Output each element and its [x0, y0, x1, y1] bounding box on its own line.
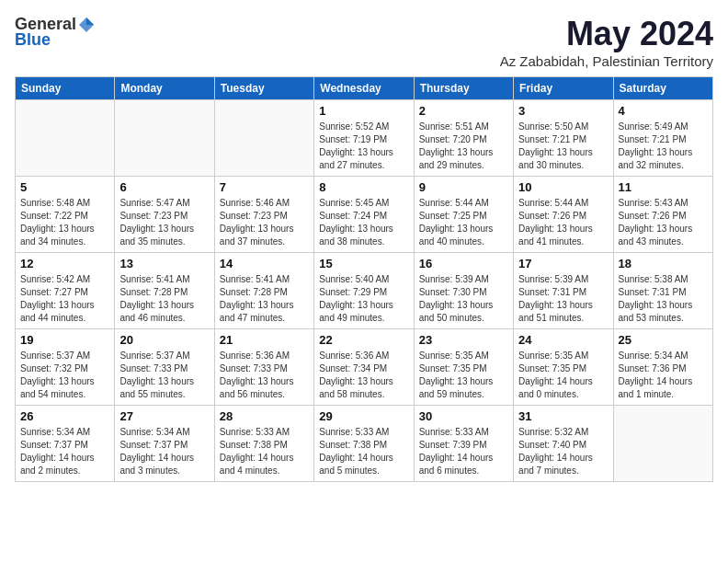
header: General Blue May 2024 Az Zababidah, Pale… [15, 15, 713, 69]
day-number: 23 [419, 333, 508, 347]
day-info: Sunrise: 5:50 AMSunset: 7:21 PMDaylight:… [518, 121, 608, 172]
logo-icon [77, 16, 96, 34]
day-number: 22 [319, 333, 408, 347]
calendar-week-row: 12Sunrise: 5:42 AMSunset: 7:27 PMDayligh… [16, 253, 713, 329]
col-sunday: Sunday [16, 77, 115, 100]
day-number: 15 [319, 257, 408, 270]
day-number: 24 [518, 333, 608, 347]
day-info: Sunrise: 5:47 AMSunset: 7:23 PMDaylight:… [119, 197, 209, 248]
day-number: 4 [619, 104, 708, 118]
table-row: 4Sunrise: 5:49 AMSunset: 7:21 PMDaylight… [613, 100, 712, 177]
col-thursday: Thursday [414, 77, 513, 100]
day-info: Sunrise: 5:52 AMSunset: 7:19 PMDaylight:… [319, 121, 408, 172]
day-info: Sunrise: 5:34 AMSunset: 7:37 PMDaylight:… [20, 426, 109, 477]
day-number: 8 [319, 180, 408, 194]
day-number: 31 [518, 409, 608, 423]
table-row: 24Sunrise: 5:35 AMSunset: 7:35 PMDayligh… [514, 329, 613, 406]
table-row: 8Sunrise: 5:45 AMSunset: 7:24 PMDaylight… [314, 177, 414, 253]
day-info: Sunrise: 5:35 AMSunset: 7:35 PMDaylight:… [518, 350, 608, 401]
col-monday: Monday [115, 77, 214, 100]
day-info: Sunrise: 5:39 AMSunset: 7:30 PMDaylight:… [419, 273, 508, 325]
day-number: 21 [220, 333, 309, 347]
day-info: Sunrise: 5:37 AMSunset: 7:32 PMDaylight:… [20, 350, 109, 401]
day-info: Sunrise: 5:37 AMSunset: 7:33 PMDaylight:… [119, 350, 209, 401]
day-number: 1 [319, 104, 408, 118]
day-info: Sunrise: 5:36 AMSunset: 7:34 PMDaylight:… [319, 350, 408, 401]
day-info: Sunrise: 5:39 AMSunset: 7:31 PMDaylight:… [518, 273, 608, 325]
day-info: Sunrise: 5:45 AMSunset: 7:24 PMDaylight:… [319, 197, 408, 248]
table-row: 31Sunrise: 5:32 AMSunset: 7:40 PMDayligh… [514, 406, 613, 482]
calendar-week-row: 19Sunrise: 5:37 AMSunset: 7:32 PMDayligh… [16, 329, 713, 406]
table-row: 13Sunrise: 5:41 AMSunset: 7:28 PMDayligh… [115, 253, 214, 329]
table-row: 29Sunrise: 5:33 AMSunset: 7:38 PMDayligh… [314, 406, 414, 482]
table-row: 19Sunrise: 5:37 AMSunset: 7:32 PMDayligh… [16, 329, 115, 406]
table-row: 26Sunrise: 5:34 AMSunset: 7:37 PMDayligh… [16, 406, 115, 482]
table-row: 6Sunrise: 5:47 AMSunset: 7:23 PMDaylight… [115, 177, 214, 253]
day-number: 7 [220, 180, 309, 194]
day-number: 13 [119, 257, 209, 270]
day-info: Sunrise: 5:32 AMSunset: 7:40 PMDaylight:… [518, 426, 608, 477]
table-row [613, 406, 712, 482]
table-row: 9Sunrise: 5:44 AMSunset: 7:25 PMDaylight… [414, 177, 513, 253]
calendar-table: Sunday Monday Tuesday Wednesday Thursday… [15, 76, 713, 482]
day-number: 25 [619, 333, 708, 347]
table-row: 12Sunrise: 5:42 AMSunset: 7:27 PMDayligh… [16, 253, 115, 329]
table-row [214, 100, 313, 177]
table-row: 30Sunrise: 5:33 AMSunset: 7:39 PMDayligh… [414, 406, 513, 482]
day-number: 29 [319, 409, 408, 423]
day-number: 18 [619, 257, 708, 270]
day-info: Sunrise: 5:34 AMSunset: 7:37 PMDaylight:… [119, 426, 209, 477]
table-row: 14Sunrise: 5:41 AMSunset: 7:28 PMDayligh… [214, 253, 313, 329]
table-row: 1Sunrise: 5:52 AMSunset: 7:19 PMDaylight… [314, 100, 414, 177]
table-row: 17Sunrise: 5:39 AMSunset: 7:31 PMDayligh… [514, 253, 613, 329]
table-row: 22Sunrise: 5:36 AMSunset: 7:34 PMDayligh… [314, 329, 414, 406]
table-row: 15Sunrise: 5:40 AMSunset: 7:29 PMDayligh… [314, 253, 414, 329]
table-row: 7Sunrise: 5:46 AMSunset: 7:23 PMDaylight… [214, 177, 313, 253]
logo: General Blue [15, 15, 97, 50]
table-row: 25Sunrise: 5:34 AMSunset: 7:36 PMDayligh… [613, 329, 712, 406]
day-info: Sunrise: 5:41 AMSunset: 7:28 PMDaylight:… [119, 273, 209, 325]
day-info: Sunrise: 5:36 AMSunset: 7:33 PMDaylight:… [220, 350, 309, 401]
table-row: 27Sunrise: 5:34 AMSunset: 7:37 PMDayligh… [115, 406, 214, 482]
day-number: 26 [20, 409, 109, 423]
calendar-week-row: 1Sunrise: 5:52 AMSunset: 7:19 PMDaylight… [16, 100, 713, 177]
day-number: 14 [220, 257, 309, 270]
day-number: 17 [518, 257, 608, 270]
day-number: 11 [619, 180, 708, 194]
day-info: Sunrise: 5:38 AMSunset: 7:31 PMDaylight:… [619, 273, 708, 325]
calendar-week-row: 5Sunrise: 5:48 AMSunset: 7:22 PMDaylight… [16, 177, 713, 253]
month-title: May 2024 [500, 15, 713, 53]
location-title: Az Zababidah, Palestinian Territory [500, 53, 713, 69]
table-row: 23Sunrise: 5:35 AMSunset: 7:35 PMDayligh… [414, 329, 513, 406]
col-tuesday: Tuesday [214, 77, 313, 100]
day-number: 9 [419, 180, 508, 194]
table-row: 18Sunrise: 5:38 AMSunset: 7:31 PMDayligh… [613, 253, 712, 329]
col-friday: Friday [514, 77, 613, 100]
day-number: 28 [220, 409, 309, 423]
day-number: 19 [20, 333, 109, 347]
table-row: 5Sunrise: 5:48 AMSunset: 7:22 PMDaylight… [16, 177, 115, 253]
day-info: Sunrise: 5:48 AMSunset: 7:22 PMDaylight:… [20, 197, 109, 248]
table-row: 2Sunrise: 5:51 AMSunset: 7:20 PMDaylight… [414, 100, 513, 177]
day-info: Sunrise: 5:51 AMSunset: 7:20 PMDaylight:… [419, 121, 508, 172]
calendar-header-row: Sunday Monday Tuesday Wednesday Thursday… [16, 77, 713, 100]
day-info: Sunrise: 5:49 AMSunset: 7:21 PMDaylight:… [619, 121, 708, 172]
svg-marker-1 [86, 17, 94, 25]
day-number: 10 [518, 180, 608, 194]
day-info: Sunrise: 5:41 AMSunset: 7:28 PMDaylight:… [220, 273, 309, 325]
day-info: Sunrise: 5:42 AMSunset: 7:27 PMDaylight:… [20, 273, 109, 325]
day-number: 3 [518, 104, 608, 118]
title-area: May 2024 Az Zababidah, Palestinian Terri… [500, 15, 713, 69]
col-saturday: Saturday [613, 77, 712, 100]
col-wednesday: Wednesday [314, 77, 414, 100]
day-number: 5 [20, 180, 109, 194]
day-number: 12 [20, 257, 109, 270]
day-info: Sunrise: 5:35 AMSunset: 7:35 PMDaylight:… [419, 350, 508, 401]
day-info: Sunrise: 5:33 AMSunset: 7:39 PMDaylight:… [419, 426, 508, 477]
day-info: Sunrise: 5:46 AMSunset: 7:23 PMDaylight:… [220, 197, 309, 248]
day-info: Sunrise: 5:33 AMSunset: 7:38 PMDaylight:… [220, 426, 309, 477]
table-row: 10Sunrise: 5:44 AMSunset: 7:26 PMDayligh… [514, 177, 613, 253]
table-row [16, 100, 115, 177]
logo-blue: Blue [15, 30, 51, 50]
day-info: Sunrise: 5:34 AMSunset: 7:36 PMDaylight:… [619, 350, 708, 401]
